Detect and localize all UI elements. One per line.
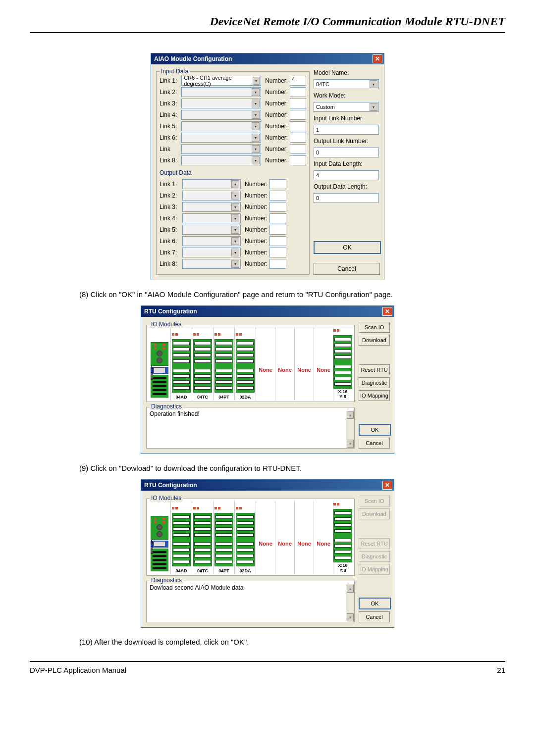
link-select[interactable]: ▾ [182,259,241,269]
chevron-down-icon[interactable]: ▾ [252,88,260,96]
ok-button[interactable]: OK [359,424,391,436]
chevron-down-icon[interactable]: ▾ [370,103,377,111]
chevron-down-icon[interactable]: ▾ [252,134,260,142]
output-link-number-input[interactable]: 0 [314,148,379,157]
link-select[interactable]: ▾ [181,144,261,154]
reset-rtu-button[interactable]: Reset RTU [359,364,390,375]
link-number-input[interactable] [290,155,306,165]
chevron-down-icon[interactable]: ▾ [231,237,239,245]
module-none-slot[interactable]: None [275,501,295,574]
module-04ad[interactable]: 04AD [171,327,192,401]
module-02da[interactable]: 02DA [235,327,256,401]
close-icon[interactable]: ✕ [382,481,392,490]
chevron-down-icon[interactable]: ▾ [370,80,377,88]
chevron-down-icon[interactable]: ▾ [252,156,260,164]
input-data-length-label: Input Data Length: [314,160,379,167]
chevron-down-icon[interactable]: ▾ [231,192,239,200]
chevron-down-icon[interactable]: ▾ [252,100,260,107]
close-icon[interactable]: ✕ [382,307,392,316]
module-none-slot[interactable]: None [295,501,314,574]
link-number-input[interactable] [290,121,306,131]
link-select[interactable]: ▾ [182,236,241,246]
chevron-down-icon[interactable]: ▾ [252,145,260,153]
link-number-input[interactable] [269,259,286,269]
input-data-length-input[interactable]: 4 [314,170,379,180]
io-mapping-button[interactable]: IO Mapping [359,390,390,401]
link-number-input[interactable] [290,87,306,97]
module-04tc[interactable]: 04TC [192,327,214,401]
link-number-input[interactable] [269,248,286,257]
scroll-down-icon[interactable]: ▾ [347,440,354,448]
module-none-slot[interactable]: None [314,327,333,401]
chevron-down-icon[interactable]: ▾ [231,260,239,268]
link-label: Link 6: [160,238,180,245]
chevron-down-icon[interactable]: ▾ [252,122,260,130]
model-name-select[interactable]: 04TC ▾ [314,79,379,89]
close-icon[interactable]: ✕ [373,54,382,63]
scroll-up-icon[interactable]: ▴ [347,411,354,419]
scrollbar[interactable]: ▴ ▾ [346,410,354,448]
rtu-dnet-module[interactable]: RTU-DNET [149,501,171,574]
scrollbar[interactable]: ▴ ▾ [346,584,354,622]
chevron-down-icon[interactable]: ▾ [231,203,239,211]
rtu-dnet-module[interactable]: RTU-DNET [149,327,171,401]
module-extension[interactable]: X:16Y:8 [333,327,352,401]
link-select[interactable]: ▾ [181,133,261,143]
scan-io-button[interactable]: Scan IO [359,322,390,333]
link-number-input[interactable] [290,133,306,143]
module-02da[interactable]: 02DA [235,501,256,574]
module-04tc[interactable]: 04TC [192,501,214,574]
rtu-title: RTU Configuration [144,482,197,489]
link-select[interactable]: ▾ [181,110,261,120]
cancel-button[interactable]: Cancel [314,263,380,275]
link-number-input[interactable] [269,191,286,201]
module-04ad[interactable]: 04AD [171,501,192,574]
link-number-input[interactable] [269,236,286,246]
chevron-down-icon[interactable]: ▾ [253,77,260,85]
download-button[interactable]: Download [359,335,390,346]
link-select[interactable]: ▾ [182,179,241,189]
module-none-slot[interactable]: None [314,501,333,574]
link-number-input[interactable] [269,202,286,212]
ok-button[interactable]: OK [359,598,391,609]
chevron-down-icon[interactable]: ▾ [231,214,239,222]
cancel-button[interactable]: Cancel [359,438,390,449]
link1-number-input[interactable]: 4 [290,76,306,86]
link-number-input[interactable] [269,213,286,223]
module-none-slot[interactable]: None [275,327,295,401]
link-label: Link 4: [160,111,179,118]
cancel-button[interactable]: Cancel [359,611,390,622]
link-select[interactable]: ▾ [182,225,241,235]
link-select[interactable]: ▾ [182,191,241,201]
output-data-length-input[interactable]: 0 [314,193,379,203]
chevron-down-icon[interactable]: ▾ [252,111,260,119]
link-number-input[interactable] [269,225,286,235]
chevron-down-icon[interactable]: ▾ [231,226,239,234]
link-select[interactable]: ▾ [181,87,261,97]
chevron-down-icon[interactable]: ▾ [231,249,239,256]
module-04pt[interactable]: 04PT [214,327,235,401]
link1-select[interactable]: CR6 - CH1 average degress(C) ▾ [181,76,261,86]
scroll-down-icon[interactable]: ▾ [347,613,354,621]
link-number-input[interactable] [290,99,306,108]
module-04pt[interactable]: 04PT [214,501,235,574]
chevron-down-icon[interactable]: ▾ [231,180,239,188]
link-number-input[interactable] [290,110,306,120]
module-extension[interactable]: X:16Y:8 [333,501,352,574]
ok-button[interactable]: OK [314,241,381,254]
module-none-slot[interactable]: None [295,327,314,401]
module-none-slot[interactable]: None [256,327,275,401]
link-select[interactable]: ▾ [182,213,241,223]
link-select[interactable]: ▾ [181,121,261,131]
work-mode-select[interactable]: Custom ▾ [314,102,379,112]
link-select[interactable]: ▾ [182,202,241,212]
link-select[interactable]: ▾ [181,155,261,165]
module-none-slot[interactable]: None [256,501,275,574]
diagnostic-button[interactable]: Diagnostic [359,377,390,388]
link-number-input[interactable] [269,179,286,189]
link-number-input[interactable] [290,144,306,154]
link-select[interactable]: ▾ [182,248,241,257]
input-link-number-input[interactable]: 1 [314,125,379,135]
scroll-up-icon[interactable]: ▴ [347,585,354,593]
link-select[interactable]: ▾ [181,99,261,108]
